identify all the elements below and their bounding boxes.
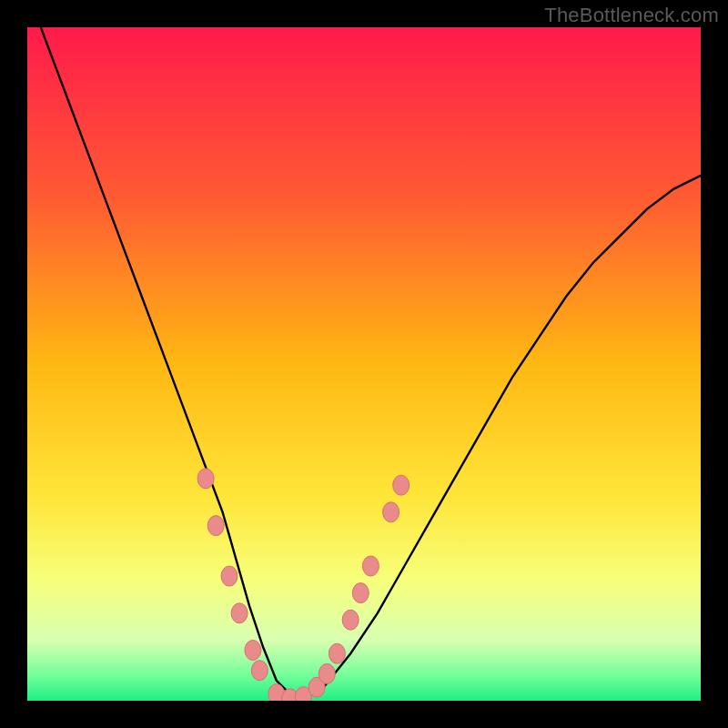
chart-frame: TheBottleneck.com — [0, 0, 728, 728]
marker-point — [329, 643, 345, 663]
marker-point — [245, 641, 261, 661]
marker-point — [231, 603, 248, 623]
watermark-text: TheBottleneck.com — [544, 4, 719, 27]
marker-point — [383, 502, 399, 522]
marker-point — [221, 566, 238, 586]
plot-area — [27, 27, 701, 701]
marker-point — [352, 583, 369, 603]
marker-point — [207, 516, 224, 536]
marker-point — [362, 556, 379, 576]
marker-point — [393, 475, 410, 495]
chart-svg — [27, 27, 701, 701]
marker-point — [251, 661, 268, 681]
marker-point — [318, 663, 335, 683]
marker-point — [342, 610, 359, 630]
marker-point — [197, 469, 214, 489]
